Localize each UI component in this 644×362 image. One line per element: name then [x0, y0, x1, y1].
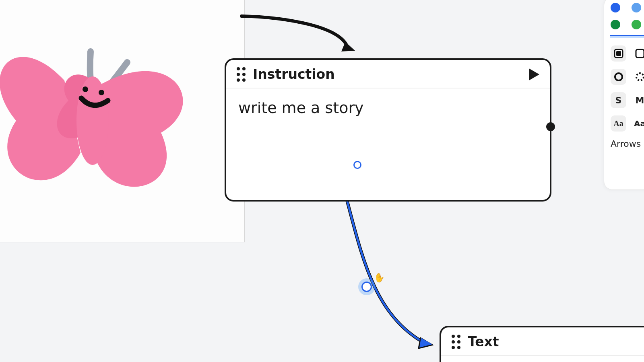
fill-solid[interactable] — [611, 45, 626, 62]
fill-none[interactable] — [632, 45, 644, 62]
color-blue-light[interactable] — [632, 3, 641, 12]
instruction-card[interactable]: Instruction write me a story — [225, 58, 551, 202]
stroke-solid[interactable] — [611, 69, 626, 85]
arrows-section-label: Arrows — [611, 139, 644, 149]
output-port[interactable] — [546, 122, 555, 131]
color-blue[interactable] — [611, 3, 620, 12]
arrow-instruction-to-text-core[interactable] — [347, 200, 423, 342]
arrow-anchor-mid[interactable] — [361, 282, 372, 292]
arrow-to-instruction-head — [341, 42, 355, 51]
arrow-to-instruction — [242, 16, 346, 44]
stroke-dashed[interactable] — [632, 69, 644, 85]
font-sans[interactable]: Aa — [632, 115, 644, 132]
text-title: Text — [468, 334, 644, 350]
color-green-light[interactable] — [632, 20, 641, 29]
drag-handle-icon[interactable] — [452, 335, 460, 349]
arrow-anchor-start[interactable] — [353, 161, 361, 169]
size-m[interactable]: M — [632, 92, 644, 108]
hand-cursor-icon: ✋ — [373, 272, 385, 284]
svg-point-8 — [636, 73, 644, 80]
stroke-preview — [610, 35, 644, 38]
svg-point-7 — [615, 73, 622, 80]
instruction-title: Instruction — [253, 66, 522, 82]
drag-handle-icon[interactable] — [237, 67, 246, 82]
drawing-frame[interactable] — [0, 0, 245, 242]
arrow-instruction-to-text-highlight — [347, 200, 423, 342]
style-panel: S M Aa Aa Arrows — [604, 0, 644, 190]
instruction-body[interactable]: write me a story — [226, 88, 550, 127]
arrow-instruction-to-text-head — [418, 337, 434, 349]
svg-marker-3 — [419, 338, 432, 348]
font-hand[interactable]: Aa — [611, 115, 626, 132]
color-green[interactable] — [611, 20, 620, 29]
run-button[interactable] — [529, 68, 539, 80]
svg-rect-6 — [636, 49, 644, 58]
size-s[interactable]: S — [611, 92, 626, 108]
text-card[interactable]: Text — [440, 326, 644, 362]
svg-rect-5 — [616, 51, 621, 56]
